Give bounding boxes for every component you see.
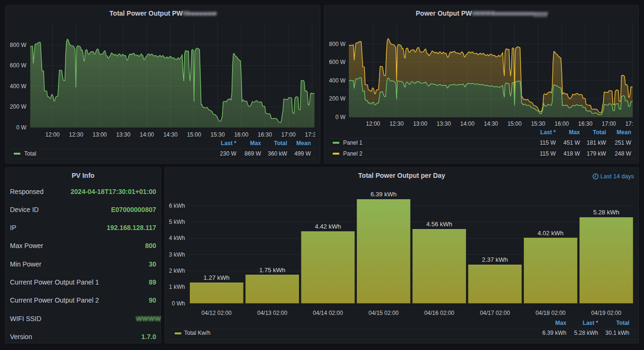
svg-text:5 kWh: 5 kWh (169, 219, 185, 225)
svg-text:16:30: 16:30 (258, 131, 272, 138)
svg-text:4.42 kWh: 4.42 kWh (315, 223, 341, 230)
svg-text:400 W: 400 W (10, 83, 27, 90)
svg-text:13:00: 13:00 (413, 120, 427, 127)
svg-text:2 kWh: 2 kWh (169, 267, 185, 274)
svg-text:4 kWh: 4 kWh (169, 235, 185, 241)
svg-text:3 kWh: 3 kWh (169, 251, 185, 258)
svg-text:12:30: 12:30 (390, 120, 404, 127)
svg-text:14:00: 14:00 (460, 120, 475, 127)
svg-text:200 W: 200 W (329, 95, 345, 102)
svg-text:13:00: 13:00 (93, 131, 107, 138)
svg-text:15:30: 15:30 (211, 131, 225, 138)
svg-text:13:30: 13:30 (116, 131, 131, 138)
svg-text:13:30: 13:30 (437, 120, 451, 127)
svg-text:04/19 02:00: 04/19 02:00 (591, 310, 622, 316)
svg-text:16:00: 16:00 (555, 120, 569, 127)
svg-text:600 W: 600 W (10, 62, 27, 69)
svg-text:0 Wh: 0 Wh (172, 300, 185, 307)
svg-text:800 W: 800 W (329, 41, 345, 47)
svg-text:04/14 02:00: 04/14 02:00 (313, 310, 343, 316)
svg-text:14:30: 14:30 (484, 120, 498, 127)
svg-text:15:00: 15:00 (507, 120, 522, 127)
svg-text:6.39 kWh: 6.39 kWh (371, 191, 397, 198)
svg-text:800 W: 800 W (10, 42, 27, 48)
svg-text:17:30: 17:30 (625, 120, 639, 127)
svg-text:4.02 kWh: 4.02 kWh (538, 230, 564, 237)
svg-text:1.75 kWh: 1.75 kWh (259, 267, 285, 274)
svg-text:6 kWh: 6 kWh (169, 203, 185, 209)
svg-text:1.27 kWh: 1.27 kWh (204, 274, 230, 281)
svg-text:0 W: 0 W (336, 114, 346, 120)
svg-text:04/12 02:00: 04/12 02:00 (202, 310, 232, 316)
svg-text:16:00: 16:00 (234, 131, 248, 138)
svg-text:04/17 02:00: 04/17 02:00 (480, 310, 510, 316)
svg-text:16:30: 16:30 (578, 120, 592, 127)
svg-text:1 kWh: 1 kWh (169, 284, 185, 290)
svg-text:14:30: 14:30 (163, 131, 177, 138)
svg-text:14:00: 14:00 (140, 131, 154, 138)
svg-text:04/15 02:00: 04/15 02:00 (368, 310, 399, 316)
svg-text:200 W: 200 W (10, 103, 27, 110)
svg-text:15:30: 15:30 (531, 120, 545, 127)
svg-text:04/16 02:00: 04/16 02:00 (424, 310, 455, 316)
svg-text:400 W: 400 W (329, 77, 345, 84)
svg-text:04/13 02:00: 04/13 02:00 (257, 310, 288, 316)
svg-text:600 W: 600 W (329, 59, 345, 65)
svg-text:17:00: 17:00 (602, 120, 616, 127)
svg-text:4.56 kWh: 4.56 kWh (426, 221, 452, 228)
svg-text:04/18 02:00: 04/18 02:00 (535, 310, 566, 316)
svg-text:15:00: 15:00 (187, 131, 201, 138)
svg-text:17:00: 17:00 (281, 131, 296, 138)
svg-text:2.37 kWh: 2.37 kWh (482, 256, 508, 263)
svg-text:12:00: 12:00 (366, 120, 380, 127)
svg-text:12:30: 12:30 (69, 131, 83, 138)
svg-text:17:30: 17:30 (305, 131, 319, 138)
svg-text:12:00: 12:00 (46, 131, 60, 138)
svg-text:0 W: 0 W (16, 124, 27, 131)
svg-text:5.28 kWh: 5.28 kWh (593, 209, 619, 216)
